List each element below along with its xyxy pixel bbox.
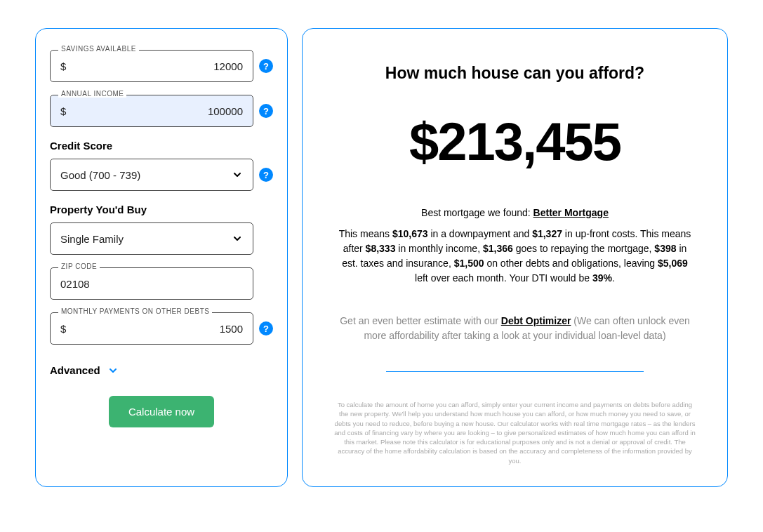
- monthly-income-amount: $8,333: [366, 243, 396, 254]
- credit-score-value: Good (700 - 739): [60, 169, 140, 181]
- savings-input[interactable]: $ 12000: [50, 50, 253, 82]
- best-mortgage-prefix: Best mortgage we found:: [421, 207, 533, 218]
- help-icon[interactable]: ?: [259, 321, 273, 335]
- zip-input[interactable]: 02108: [50, 267, 253, 300]
- income-value: 100000: [66, 105, 243, 117]
- dollar-sign-icon: $: [60, 105, 66, 117]
- zip-value: 02108: [60, 278, 90, 290]
- property-label: Property You'd Buy: [50, 204, 273, 215]
- debts-field-wrapper: MONTHLY PAYMENTS ON OTHER DEBTS $ 1500 ?: [50, 312, 273, 345]
- disclaimer-text: To calculate the amount of home you can …: [331, 400, 699, 465]
- debts-input[interactable]: $ 1500: [50, 312, 253, 345]
- results-panel: How much house can you afford? $213,455 …: [302, 28, 728, 487]
- property-field-wrapper: Single Family: [50, 222, 273, 255]
- upfront-amount: $1,327: [532, 228, 562, 239]
- chevron-down-icon: [107, 365, 119, 376]
- income-label: ANNUAL INCOME: [58, 90, 126, 98]
- input-panel: SAVINGS AVAILABLE $ 12000 ? ANNUAL INCOM…: [35, 28, 288, 487]
- advanced-toggle[interactable]: Advanced: [50, 364, 273, 376]
- best-mortgage-line: Best mortgage we found: Better Mortgage: [331, 207, 699, 218]
- afford-price: $213,455: [331, 111, 699, 172]
- taxes-amount: $398: [654, 243, 676, 254]
- income-field-wrapper: ANNUAL INCOME $ 100000 ?: [50, 95, 273, 127]
- divider-line: [386, 371, 644, 372]
- credit-score-label: Credit Score: [50, 140, 273, 152]
- chevron-down-icon: [232, 169, 243, 180]
- calculate-button[interactable]: Calculate now: [109, 396, 214, 427]
- chevron-down-icon: [232, 233, 243, 244]
- help-icon[interactable]: ?: [259, 104, 273, 118]
- savings-label: SAVINGS AVAILABLE: [58, 45, 139, 53]
- help-icon[interactable]: ?: [259, 168, 273, 182]
- dollar-sign-icon: $: [60, 323, 66, 335]
- leftover-amount: $5,069: [658, 258, 688, 269]
- debt-optimizer-line: Get an even better estimate with our Deb…: [331, 314, 699, 343]
- debt-optimizer-link[interactable]: Debt Optimizer: [501, 315, 571, 326]
- best-mortgage-link[interactable]: Better Mortgage: [533, 207, 609, 218]
- debts-label: MONTHLY PAYMENTS ON OTHER DEBTS: [58, 307, 212, 315]
- zip-label: ZIP CODE: [58, 262, 100, 270]
- results-details: This means $10,673 in a downpayment and …: [331, 227, 699, 286]
- dollar-sign-icon: $: [60, 60, 66, 72]
- advanced-label: Advanced: [50, 364, 100, 376]
- property-value: Single Family: [60, 233, 124, 245]
- debts-value: 1500: [66, 323, 243, 335]
- downpayment-amount: $10,673: [392, 228, 428, 239]
- property-select[interactable]: Single Family: [50, 222, 253, 255]
- calculator-layout: SAVINGS AVAILABLE $ 12000 ? ANNUAL INCOM…: [35, 28, 728, 487]
- other-debts-amount: $1,500: [454, 258, 484, 269]
- results-title: How much house can you afford?: [331, 64, 699, 83]
- savings-field-wrapper: SAVINGS AVAILABLE $ 12000 ?: [50, 50, 273, 82]
- repay-amount: $1,366: [483, 243, 513, 254]
- credit-score-select[interactable]: Good (700 - 739): [50, 159, 253, 191]
- dti-amount: 39%: [592, 272, 612, 284]
- credit-score-field-wrapper: Good (700 - 739) ?: [50, 159, 273, 191]
- help-icon[interactable]: ?: [259, 59, 273, 73]
- savings-value: 12000: [66, 60, 243, 72]
- zip-field-wrapper: ZIP CODE 02108: [50, 267, 273, 300]
- income-input[interactable]: $ 100000: [50, 95, 253, 127]
